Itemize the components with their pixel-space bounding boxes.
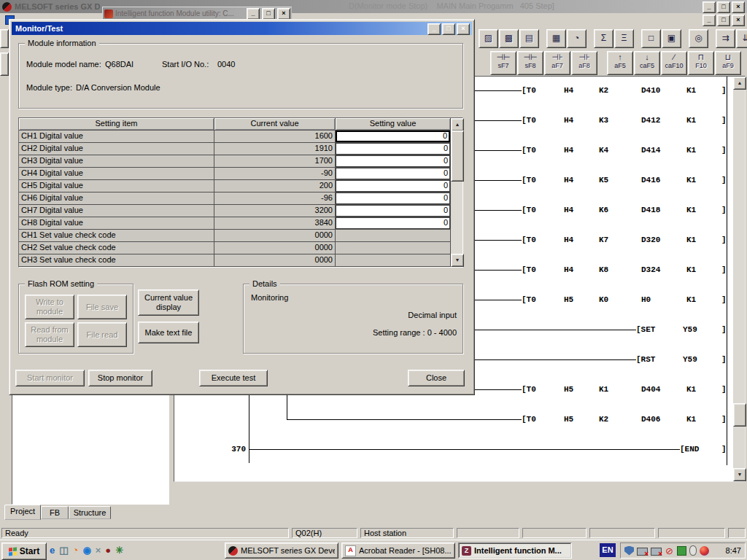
table-scrollbar[interactable]: ▲ ▼	[451, 118, 462, 267]
table-scroll-up-button[interactable]: ▲	[451, 118, 464, 131]
status-panel-empty	[522, 528, 587, 538]
current-value-cell: -96	[214, 192, 336, 205]
rung-instruction: Y59	[683, 354, 697, 365]
mdi-close-button[interactable]: ×	[732, 15, 745, 26]
power-rail	[727, 77, 727, 465]
tab-project[interactable]: Project	[4, 505, 41, 520]
tab-structure[interactable]: Structure	[69, 506, 111, 519]
rung-instruction: H4	[564, 204, 573, 216]
media-ball-icon[interactable]	[700, 546, 709, 556]
make-text-file-button[interactable]: Make text file	[138, 322, 199, 343]
toolbar-delete-rung-button[interactable]: ⇊	[736, 29, 747, 48]
setting-value-input[interactable]: 0	[336, 192, 450, 204]
desktop-icon[interactable]: ◫	[59, 544, 68, 557]
dialog-minimize-button[interactable]: _	[427, 23, 441, 35]
details-setting-range: Setting range : 0 - 4000	[373, 328, 457, 337]
rung-instruction: H5	[564, 294, 573, 306]
mouse-settings-icon[interactable]	[689, 545, 697, 556]
sF7-key-label: sF7	[491, 62, 516, 69]
setting-value-input[interactable]: 0	[336, 168, 450, 179]
lan-offline-icon-glyph: ×	[658, 551, 662, 558]
toolbar-find-monitor-button[interactable]: ◎	[689, 29, 708, 48]
scroll-up-button[interactable]: ▲	[733, 77, 746, 90]
details-status: Monitoring	[251, 293, 288, 302]
taskbar-task-1[interactable]: AAcrobat Reader - [SH08...	[341, 542, 455, 559]
taskbar-task-2[interactable]: ZIntelligent function M...	[458, 542, 572, 559]
mdi-window-controls: _ □ ×	[703, 15, 745, 26]
lan-offline-icon[interactable]: ×	[651, 548, 662, 556]
media-player-icon[interactable]: ◉	[82, 544, 90, 557]
utility-minimize-button[interactable]: _	[247, 8, 260, 20]
setting-value-cell: 0	[336, 168, 451, 180]
rung-instruction: D414	[641, 144, 660, 156]
table-scroll-thumb[interactable]	[451, 131, 464, 182]
rung-instruction: K1	[686, 384, 696, 395]
msn-icon[interactable]: ✳	[115, 544, 123, 557]
melsoft-logo-icon	[2, 2, 12, 12]
ladder-scrollbar[interactable]: ▲ ▼	[733, 77, 745, 481]
toolbar-device-batch-button[interactable]: Ξ	[614, 29, 634, 48]
utility-window-title-bar[interactable]: Intelligent function Module utility: C..…	[102, 7, 292, 20]
toolbar-monitor-watch-button[interactable]: ◔	[567, 29, 587, 48]
status-panel-empty	[658, 528, 725, 538]
ladder-tool-sF8-button[interactable]: ⊣⊢sF8	[517, 51, 543, 75]
write-to-module-button: Write to module	[25, 295, 74, 319]
toolbar-insert-rung-button[interactable]: ⇉	[716, 29, 735, 48]
setting-value-cell: 0	[336, 155, 451, 168]
restore-button[interactable]: □	[717, 1, 730, 13]
taskbar-task-0[interactable]: MELSOFT series GX Deve...	[225, 542, 338, 559]
minimize-button[interactable]: _	[703, 1, 716, 13]
toolbar-monitor-mode-button[interactable]: ▦	[546, 29, 566, 48]
rung-instruction: H4	[564, 264, 573, 276]
rung-instruction: [T0	[522, 294, 536, 306]
setting-value-input[interactable]: 0	[336, 217, 450, 229]
scheduler-icon[interactable]: ◔	[73, 544, 79, 557]
mdi-restore-button[interactable]: □	[717, 15, 730, 26]
toolbar-window-cascade-button[interactable]: □	[641, 29, 661, 48]
mdi-minimize-button[interactable]: _	[703, 15, 716, 26]
sF8-symbol-icon: ⊣⊢	[518, 52, 543, 62]
close-dialog-button[interactable]: Close	[408, 370, 465, 386]
current-value-display-button[interactable]: Current value display	[138, 289, 199, 316]
stop-monitor-button[interactable]: Stop monitor	[88, 370, 152, 386]
status-panel-empty	[728, 528, 746, 538]
ladder-tool-caF5-button[interactable]: ↓caF5	[634, 51, 660, 75]
package-manager-icon[interactable]	[677, 546, 686, 556]
network-offline-icon[interactable]: ×	[637, 548, 648, 556]
utility-restore-button[interactable]: □	[262, 8, 275, 20]
main-window-controls: _ □ ×	[703, 1, 745, 13]
caF10-key-label: caF10	[662, 62, 686, 69]
dialog-title-bar[interactable]: Monitor/Test _ □ ×	[12, 22, 472, 35]
ladder-tool-caF10-button[interactable]: ∕caF10	[661, 51, 687, 75]
scroll-down-button[interactable]: ▼	[733, 468, 746, 481]
quicktime-icon[interactable]: ×	[96, 544, 101, 557]
dialog-restore-button[interactable]: □	[442, 23, 455, 35]
security-shield-icon[interactable]	[624, 546, 634, 556]
rung-instruction: K1	[686, 114, 696, 126]
volume-blocked-icon[interactable]: ⊘	[665, 546, 674, 556]
rung-instruction: D418	[641, 204, 660, 216]
tab-fb[interactable]: FB	[41, 506, 69, 519]
realplayer-icon[interactable]: ●	[105, 544, 111, 557]
setting-value-input[interactable]: 0	[336, 180, 450, 192]
acrobat-task-icon: A	[345, 545, 356, 556]
rung-instruction: K1	[599, 384, 608, 395]
start-button[interactable]: Start	[1, 542, 47, 560]
scroll-thumb[interactable]	[733, 403, 746, 427]
ladder-tool-aF5-button[interactable]: ↑aF5	[607, 51, 633, 75]
setting-value-input[interactable]: 0	[336, 131, 450, 142]
table-scroll-down-button[interactable]: ▼	[451, 254, 464, 267]
execute-test-button[interactable]: Execute test	[199, 370, 268, 386]
toolbar-window-tile-button[interactable]: ▣	[662, 29, 681, 48]
ie-icon[interactable]: e	[50, 544, 55, 557]
setting-value-input[interactable]: 0	[336, 205, 450, 217]
ladder-tool-sF7-button[interactable]: ⊣⊢sF7	[490, 51, 516, 75]
toolbar-device-test-button[interactable]: Σ	[594, 29, 614, 48]
language-indicator[interactable]: EN	[600, 543, 616, 557]
dialog-close-button[interactable]: ×	[457, 23, 470, 35]
utility-close-button[interactable]: ×	[277, 8, 290, 20]
close-button[interactable]: ×	[732, 1, 745, 13]
setting-value-input[interactable]: 0	[336, 143, 450, 155]
setting-value-input[interactable]: 0	[336, 155, 450, 167]
start-io-value: 0040	[217, 60, 235, 69]
